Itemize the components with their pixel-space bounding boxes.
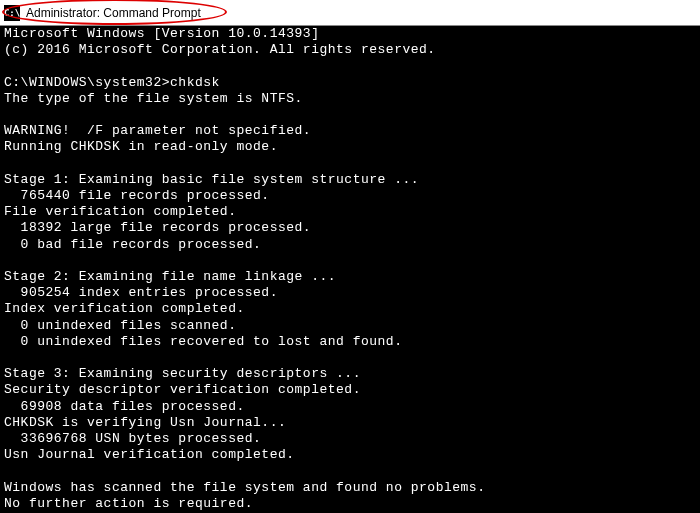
stage3-usn: CHKDSK is verifying Usn Journal... — [4, 415, 286, 430]
stage2-index: 905254 index entries processed. — [4, 285, 278, 300]
stage3-verif: Security descriptor verification complet… — [4, 382, 361, 397]
stage1-records: 765440 file records processed. — [4, 188, 270, 203]
titlebar[interactable]: C:\ Administrator: Command Prompt — [0, 0, 700, 26]
copyright-line: (c) 2016 Microsoft Corporation. All righ… — [4, 42, 436, 57]
stage2-recovered: 0 unindexed files recovered to lost and … — [4, 334, 402, 349]
result-noproblems: Windows has scanned the file system and … — [4, 480, 485, 495]
console-output: Microsoft Windows [Version 10.0.14393] (… — [0, 26, 700, 513]
stage3-usn-verif: Usn Journal verification completed. — [4, 447, 295, 462]
stage1-bad: 0 bad file records processed. — [4, 237, 261, 252]
result-noaction: No further action is required. — [4, 496, 253, 511]
warning-nof: WARNING! /F parameter not specified. — [4, 123, 311, 138]
stage1-large: 18392 large file records processed. — [4, 220, 311, 235]
window-title: Administrator: Command Prompt — [26, 6, 201, 20]
version-line: Microsoft Windows [Version 10.0.14393] — [4, 26, 319, 41]
stage3-usn-bytes: 33696768 USN bytes processed. — [4, 431, 261, 446]
cmd-icon: C:\ — [4, 5, 20, 21]
typed-command: chkdsk — [170, 75, 220, 90]
stage2-verif: Index verification completed. — [4, 301, 245, 316]
stage1-header: Stage 1: Examining basic file system str… — [4, 172, 419, 187]
readonly-mode: Running CHKDSK in read-only mode. — [4, 139, 278, 154]
filesystem-type: The type of the file system is NTFS. — [4, 91, 303, 106]
stage3-data: 69908 data files processed. — [4, 399, 245, 414]
stage2-unindexed: 0 unindexed files scanned. — [4, 318, 236, 333]
stage3-header: Stage 3: Examining security descriptors … — [4, 366, 361, 381]
prompt-line: C:\WINDOWS\system32>chkdsk — [4, 75, 220, 90]
stage1-verif: File verification completed. — [4, 204, 236, 219]
prompt-path: C:\WINDOWS\system32> — [4, 75, 170, 90]
stage2-header: Stage 2: Examining file name linkage ... — [4, 269, 336, 284]
